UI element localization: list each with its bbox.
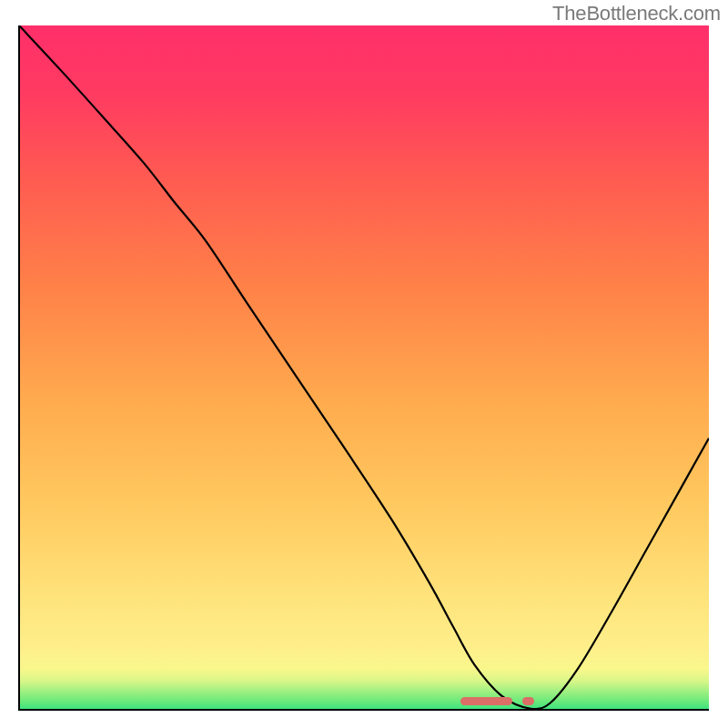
y-axis-line	[18, 25, 20, 711]
plot-area	[19, 25, 709, 710]
x-axis-line	[18, 709, 709, 711]
bottleneck-curve	[19, 25, 709, 710]
watermark-text: TheBottleneck.com	[552, 2, 721, 25]
chart-container: TheBottleneck.com	[0, 0, 728, 728]
optimal-zone-marker-b	[522, 697, 534, 705]
optimal-zone-marker-a	[460, 697, 512, 705]
